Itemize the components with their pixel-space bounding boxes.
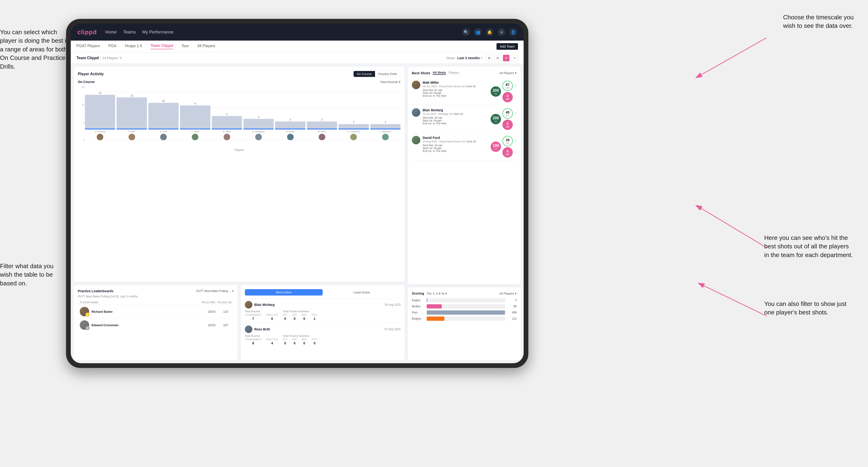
bell-icon[interactable]: 🔔 <box>486 28 493 36</box>
user-icon[interactable]: 👤 <box>509 28 517 36</box>
activity-player-1: Blair McHarg 26 Aug 2023 Total Rounds To… <box>245 299 401 323</box>
app-stat-1: APP 0 <box>292 314 297 320</box>
practice-value-1: 6 <box>271 317 273 320</box>
subnav-hcaps[interactable]: Hcaps 1-5 <box>125 44 142 49</box>
shot-badge-value-1: 200 <box>493 88 499 93</box>
practice-leaderboard-card: Practice Leaderboards PUTT Must Make Put… <box>73 285 238 361</box>
heart-view-btn[interactable]: ♥ <box>503 55 509 61</box>
subnav-pgat[interactable]: PGAT Players <box>76 44 100 49</box>
activity-name-2: Rees Britt <box>254 328 270 331</box>
left-column: Player Activity On Course Practice Drill… <box>73 66 405 361</box>
shot-entry-3: David Ford 24 Aug 2023 · Royal North Dev… <box>412 133 517 161</box>
bar-label-4: J. Coles <box>191 130 199 133</box>
sub-navigation: PGAT Players PGA Hcaps 1-5 Team Clippd T… <box>71 40 524 52</box>
shot-metrics-3: 198 SG 16 yds 0 yds <box>491 136 513 158</box>
on-course-toggle[interactable]: On Course <box>353 71 375 77</box>
best-shots-filter-chevron: ▾ <box>515 71 517 75</box>
app-value-2: 0 <box>294 341 296 345</box>
shot-badge-2: 200 SG <box>491 114 501 124</box>
list-view-btn[interactable]: ≡ <box>512 55 518 61</box>
bar-label-7: R. Butler <box>286 130 294 133</box>
add-team-button[interactable]: Add Team <box>497 43 518 50</box>
nav-my-performance[interactable]: My Performance <box>143 30 174 35</box>
show-dropdown-chevron[interactable]: ▾ <box>481 56 482 60</box>
tournament-label-1: Tournament <box>245 314 261 316</box>
bar-blue-line-2 <box>117 129 147 129</box>
bar-2 <box>117 97 147 129</box>
users-icon[interactable]: 👥 <box>474 28 482 36</box>
best-shots-filter-dropdown[interactable]: All Players ▾ <box>500 71 517 75</box>
bar-label-8: M. Miller <box>318 130 326 133</box>
scoring-bar-bg-eagles <box>427 298 505 302</box>
shot-entry-1: Matt Miller 09 Jun 2023 · Royal North De… <box>412 78 517 105</box>
shot-chevron-3[interactable]: › <box>515 138 517 143</box>
edit-team-icon[interactable]: ✎ <box>119 56 122 60</box>
app-value-1: 0 <box>294 317 296 320</box>
bar-label-9: E. Crossman <box>347 130 360 133</box>
total-practice-section-2: Total Practice Activities GTT 0 APP <box>283 335 318 345</box>
subnav-tour[interactable]: Tour <box>181 44 189 49</box>
subnav-team-clippd[interactable]: Team Clippd <box>151 44 173 49</box>
bar-7 <box>275 121 305 129</box>
view-icon-group: ⊞ ⊟ ♥ ≡ <box>486 55 518 61</box>
shot-yds-label-1b: yds <box>506 98 509 100</box>
shot-chevron-2[interactable]: › <box>515 111 517 116</box>
scoring-bar-fill-pars <box>427 310 505 315</box>
bar-5 <box>212 116 242 129</box>
scoring-par-dropdown[interactable]: Par 3, 4 & 5s ▾ <box>427 292 447 295</box>
activity-player-2: Rees Britt 02 Sep 2023 Total Rounds Tour… <box>245 323 401 347</box>
grid4-view-btn[interactable]: ⊞ <box>486 55 493 61</box>
course-toggle-group: On Course Practice Drills <box>353 71 401 77</box>
scoring-row-bogeys: Bogeys 113 <box>412 316 517 321</box>
avatar-4 <box>192 134 198 140</box>
most-active-tab[interactable]: Most Active <box>245 289 323 295</box>
subnav-all-players[interactable]: All Players <box>197 44 215 49</box>
bar-4 <box>180 105 210 129</box>
top-navigation: clippd Home Teams My Performance 🔍 👥 🔔 ⊕… <box>71 24 524 40</box>
team-name-label: Team Clippd <box>76 56 99 60</box>
shot-chevron-1[interactable]: › <box>515 83 517 88</box>
scoring-par-chevron: ▾ <box>445 292 447 295</box>
bar-value-1: 13 <box>99 92 101 94</box>
subnav-pga[interactable]: PGA <box>108 44 117 49</box>
bar-group-2: 12 R. Britt <box>117 94 147 140</box>
least-active-tab[interactable]: Least Active <box>323 289 401 295</box>
practice-dropdown-label: PUTT Must Make Putting ... <box>196 289 231 293</box>
all-shots-tab[interactable]: All Shots <box>433 71 446 75</box>
practice-subtitle: PUTT Must Make Putting (3-6 ft), Last 3 … <box>78 295 234 298</box>
players-tab[interactable]: Players <box>449 71 459 75</box>
bar-6 <box>243 119 274 129</box>
activity-stats-1: Total Rounds Tournament 7 Practice <box>245 310 401 320</box>
shot-player-name-2: Blair McHarg <box>423 108 488 112</box>
player-row-1: 1 Richard Butler 19/20 110 <box>78 305 234 318</box>
practice-drills-toggle[interactable]: Practice Drills <box>375 71 400 77</box>
practice-dropdown[interactable]: PUTT Must Make Putting ... ▾ <box>196 289 234 293</box>
bar-blue-line-8 <box>307 129 337 129</box>
bar-blue-line-7 <box>275 129 305 129</box>
practice-activities-label-2: Total Practice Activities <box>283 335 318 337</box>
scoring-par-label: Par 3, 4 & 5s <box>427 292 445 295</box>
rounds-row-2: Tournament 8 Practice 4 <box>245 338 278 345</box>
plus-icon[interactable]: ⊕ <box>498 28 505 36</box>
shot-yds-label-2b: yds <box>506 125 509 128</box>
gtt-stat-1: GTT 0 <box>283 314 287 320</box>
shot-player-name-3: David Ford <box>423 136 488 139</box>
app-logo: clippd <box>78 29 97 36</box>
annotation-bottom-right: Here you can see who's hit the best shot… <box>764 234 854 259</box>
scoring-label-birdies: Birdies <box>412 305 425 308</box>
y-axis: 15 10 5 0 <box>78 86 85 148</box>
show-value[interactable]: Last 3 months <box>457 56 480 60</box>
nav-home[interactable]: Home <box>105 30 117 35</box>
grid2-view-btn[interactable]: ⊟ <box>494 55 501 61</box>
bar-chart-area: 15 10 5 0 <box>78 86 401 152</box>
shot-badge-value-2: 200 <box>493 116 499 120</box>
rank-badge-1: 1 <box>85 312 90 317</box>
nav-teams[interactable]: Teams <box>123 30 136 35</box>
search-icon[interactable]: 🔍 <box>462 28 470 36</box>
bar-blue-line-5 <box>212 129 242 129</box>
best-shots-card: Best Shots All Shots Players All Players… <box>408 66 521 284</box>
bar-label-1: B. McHarg <box>95 130 105 133</box>
scoring-label-pars: Pars <box>412 311 425 314</box>
chart-filter-dropdown[interactable]: Total Rounds ▾ <box>380 80 401 84</box>
scoring-players-dropdown[interactable]: All Players ▾ <box>500 292 517 295</box>
